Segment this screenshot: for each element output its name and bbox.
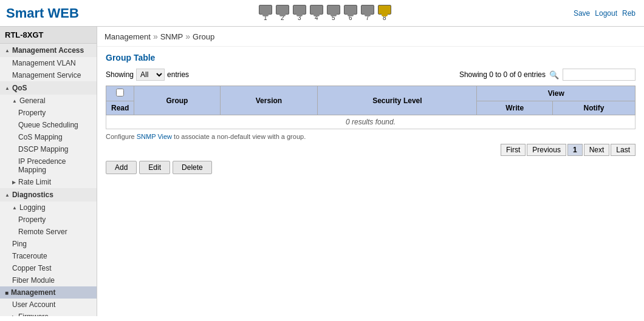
logout-button[interactable]: Logout (592, 8, 620, 19)
next-page-button[interactable]: Next (584, 144, 610, 156)
breadcrumb-group: Group (193, 32, 214, 41)
port-6-icon (344, 5, 357, 15)
sidebar-item-management-vlan[interactable]: Management VLAN (0, 57, 97, 69)
breadcrumb-management: Management (104, 32, 151, 41)
sidebar: RTL-8XGT Management Access Management VL… (0, 27, 97, 316)
showing-label: Showing (106, 70, 134, 79)
qos-expand-icon (5, 86, 10, 91)
sidebar-item-logging[interactable]: Logging (0, 201, 97, 214)
reboot-button[interactable]: Reb (620, 8, 638, 19)
th-read: Read (106, 101, 134, 115)
port-4-icon (310, 5, 323, 15)
port-7-icon (361, 5, 374, 15)
header-actions: Save Logout Reb (571, 8, 638, 19)
page-1-button[interactable]: 1 (567, 144, 583, 156)
search-control: Showing 0 to 0 of 0 entries 🔍 (459, 69, 635, 81)
sidebar-item-management-service[interactable]: Management Service (0, 69, 97, 81)
port-3-icon (293, 5, 306, 15)
port-6[interactable]: 6 (344, 5, 357, 21)
add-button[interactable]: Add (106, 161, 137, 174)
port-2[interactable]: 2 (276, 5, 289, 21)
th-version: Version (220, 86, 318, 115)
sidebar-item-queue-scheduling[interactable]: Queue Scheduling (0, 119, 97, 131)
expand-icon (5, 48, 10, 53)
action-buttons: Add Edit Delete (106, 161, 635, 174)
port-5-icon (327, 5, 340, 15)
sidebar-item-copper-test[interactable]: Copper Test (0, 262, 97, 274)
showing-info: Showing 0 to 0 of 0 entries (459, 70, 546, 79)
th-notify: Notify (553, 101, 635, 115)
main-content: Management » SNMP » Group Group Table Sh… (97, 27, 644, 316)
breadcrumb-sep-2: » (185, 32, 190, 41)
port-8[interactable]: 8 (378, 5, 391, 21)
no-results-row: 0 results found. (106, 115, 635, 129)
sidebar-item-dscp-mapping[interactable]: DSCP Mapping (0, 143, 97, 155)
entries-select[interactable]: All 10 25 50 100 (136, 69, 165, 81)
th-group: Group (134, 86, 220, 115)
port-1[interactable]: 1 (259, 5, 272, 21)
th-view: View (477, 86, 635, 101)
first-page-button[interactable]: First (501, 144, 526, 156)
entries-control: Showing All 10 25 50 100 entries (106, 69, 189, 81)
sidebar-item-diagnostics[interactable]: Diagnostics (0, 188, 97, 201)
th-security-level: Security Level (318, 86, 477, 115)
sidebar-item-rate-limit[interactable]: Rate Limit (0, 176, 97, 188)
sidebar-item-cos-mapping[interactable]: CoS Mapping (0, 131, 97, 143)
pagination: First Previous 1 Next Last (106, 144, 635, 156)
search-icon: 🔍 (549, 70, 559, 79)
port-5[interactable]: 5 (327, 5, 340, 21)
port-3[interactable]: 3 (293, 5, 306, 21)
page-title: Group Table (106, 53, 635, 63)
port-8-icon (378, 5, 391, 15)
th-write: Write (477, 101, 553, 115)
snmp-note: Configure SNMP View to associate a non-d… (106, 133, 635, 140)
sidebar-item-fiber-module[interactable]: Fiber Module (0, 274, 97, 286)
last-page-button[interactable]: Last (611, 144, 635, 156)
search-input[interactable] (563, 69, 635, 81)
breadcrumb: Management » SNMP » Group (97, 27, 644, 47)
th-checkbox (106, 86, 134, 101)
general-expand-icon (12, 98, 17, 104)
device-title: RTL-8XGT (0, 27, 97, 44)
entries-label: entries (167, 70, 189, 79)
port-icons: 1 2 3 4 5 6 7 8 (259, 5, 391, 21)
sidebar-item-user-account[interactable]: User Account (0, 299, 97, 311)
sidebar-item-management-access[interactable]: Management Access (0, 44, 97, 57)
layout: RTL-8XGT Management Access Management VL… (0, 27, 644, 316)
sidebar-item-general[interactable]: General (0, 95, 97, 107)
sidebar-item-firmware[interactable]: Firmware (0, 311, 97, 316)
edit-button[interactable]: Edit (139, 161, 170, 174)
port-7[interactable]: 7 (361, 5, 374, 21)
save-button[interactable]: Save (571, 8, 592, 19)
port-2-icon (276, 5, 289, 15)
bullet-icon: ■ (5, 289, 9, 296)
delete-button[interactable]: Delete (173, 161, 212, 174)
sidebar-item-traceroute[interactable]: Traceroute (0, 250, 97, 262)
sidebar-item-property-log[interactable]: Property (0, 214, 97, 226)
previous-page-button[interactable]: Previous (527, 144, 566, 156)
group-table: Group Version Security Level View Read W… (106, 86, 635, 129)
header: Smart WEB 1 2 3 4 5 6 7 (0, 0, 644, 27)
port-1-icon (259, 5, 272, 15)
sidebar-item-qos[interactable]: QoS (0, 81, 97, 95)
rate-limit-icon (12, 180, 16, 185)
content-area: Group Table Showing All 10 25 50 100 ent… (97, 47, 644, 180)
port-4[interactable]: 4 (310, 5, 323, 21)
sidebar-item-ip-precedence-mapping[interactable]: IP Precedence Mapping (0, 155, 97, 176)
breadcrumb-sep-1: » (153, 32, 158, 41)
logging-expand-icon (12, 205, 17, 211)
select-all-checkbox[interactable] (116, 89, 124, 96)
sidebar-item-property[interactable]: Property (0, 107, 97, 119)
sidebar-item-ping[interactable]: Ping (0, 238, 97, 250)
sidebar-item-remote-server[interactable]: Remote Server (0, 226, 97, 238)
breadcrumb-snmp: SNMP (160, 32, 183, 41)
app-logo: Smart WEB (6, 5, 79, 21)
table-controls: Showing All 10 25 50 100 entries Showing… (106, 69, 635, 81)
sidebar-item-management[interactable]: ■ Management (0, 286, 97, 299)
snmp-view-link[interactable]: SNMP View (137, 133, 172, 140)
diag-expand-icon (5, 192, 10, 198)
firmware-icon (12, 314, 16, 317)
